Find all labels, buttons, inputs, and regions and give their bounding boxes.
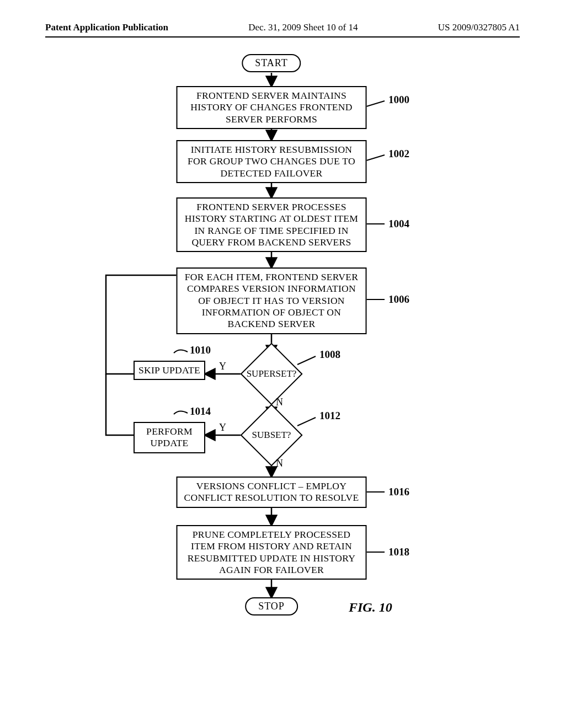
label-subset-no: N: [276, 458, 283, 469]
flowchart: START FRONTEND SERVER MAINTAINS HISTORY …: [45, 54, 520, 677]
flow-decision-superset: SUPERSET?: [240, 342, 302, 405]
flow-decision-subset: SUBSET?: [240, 404, 302, 466]
header-publication: Patent Application Publication: [45, 22, 168, 33]
ref-1018: 1018: [388, 546, 409, 558]
ref-1004: 1004: [388, 218, 409, 230]
label-superset-no: N: [276, 397, 283, 408]
flow-step-1018: PRUNE COMPLETELY PROCESSED ITEM FROM HIS…: [177, 525, 367, 580]
figure-caption: FIG. 10: [349, 600, 392, 615]
ref-1016: 1016: [388, 486, 409, 498]
flow-step-1014: PERFORM UPDATE: [134, 422, 205, 453]
ref-1000: 1000: [388, 94, 409, 106]
svg-line-15: [297, 356, 316, 365]
svg-line-11: [366, 101, 385, 106]
header-date-sheet: Dec. 31, 2009 Sheet 10 of 14: [248, 22, 358, 33]
ref-1012: 1012: [319, 410, 340, 422]
page: Patent Application Publication Dec. 31, …: [45, 22, 520, 706]
flow-step-1006: FOR EACH ITEM, FRONTEND SERVER COMPARES …: [177, 267, 367, 334]
ref-1006: 1006: [388, 293, 409, 306]
flow-decision-subset-label: SUBSET?: [252, 430, 291, 441]
flow-step-1000: FRONTEND SERVER MAINTAINS HISTORY OF CHA…: [177, 86, 367, 129]
svg-line-12: [366, 155, 385, 160]
flow-step-1010: SKIP UPDATE: [134, 361, 205, 380]
svg-line-16: [297, 417, 316, 426]
flow-step-1002: INITIATE HISTORY RESUBMISSION FOR GROUP …: [177, 140, 367, 183]
flow-step-1016: VERSIONS CONFLICT – EMPLOY CONFLICT RESO…: [177, 477, 367, 508]
flow-decision-superset-label: SUPERSET?: [247, 368, 297, 379]
ref-1008: 1008: [319, 349, 340, 361]
header-patent-number: US 2009/0327805 A1: [438, 22, 520, 33]
ref-1014: 1014: [190, 405, 211, 417]
flow-step-1004: FRONTEND SERVER PROCESSES HISTORY STARTI…: [177, 197, 367, 252]
flow-start: START: [242, 54, 301, 72]
flow-stop: STOP: [245, 597, 298, 615]
ref-1010: 1010: [190, 344, 211, 356]
label-superset-yes: Y: [219, 361, 226, 372]
label-subset-yes: Y: [219, 422, 226, 433]
ref-1002: 1002: [388, 148, 409, 160]
page-header: Patent Application Publication Dec. 31, …: [45, 22, 520, 38]
